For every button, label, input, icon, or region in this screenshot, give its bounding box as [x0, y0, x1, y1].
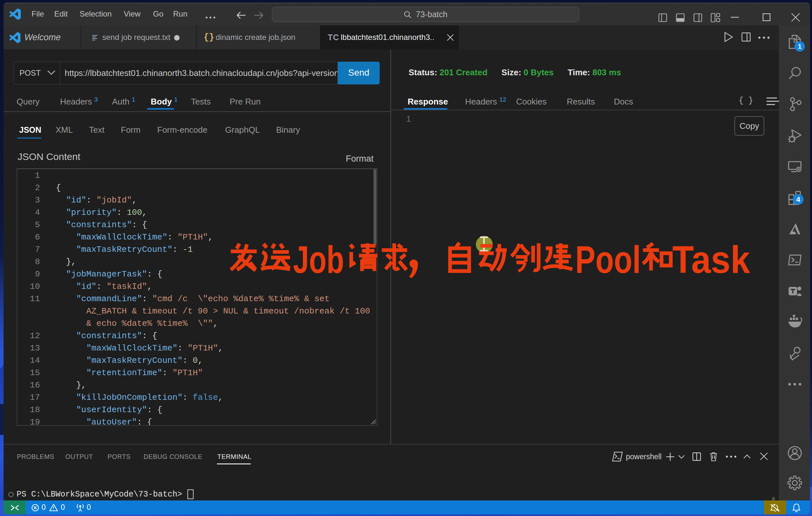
svg-text:Job: Job — [293, 239, 344, 281]
svg-text:Pool: Pool — [575, 238, 641, 281]
svg-text:Task: Task — [672, 238, 750, 281]
